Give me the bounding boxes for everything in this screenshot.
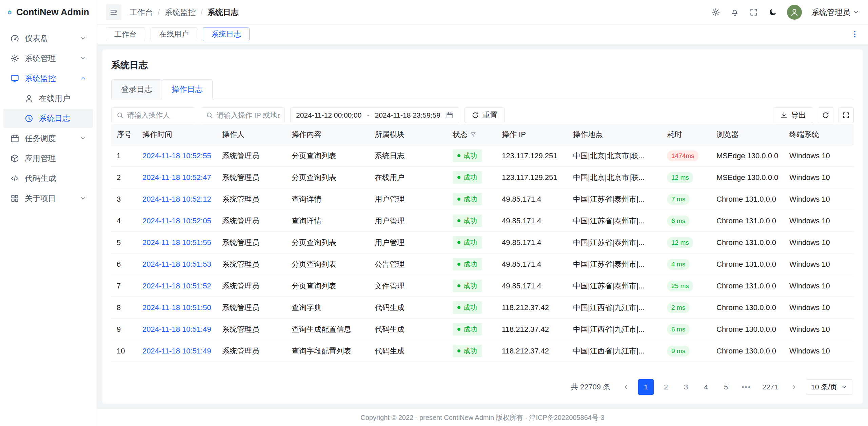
operator-search-input[interactable] <box>111 107 195 123</box>
sidebar-item-online-users[interactable]: 在线用户 <box>3 89 93 108</box>
cell-location: 中国|江苏省|泰州市|... <box>568 275 662 297</box>
tab-more-button[interactable] <box>850 30 859 39</box>
cell-content: 分页查询列表 <box>286 253 369 275</box>
settings-button[interactable] <box>711 7 721 17</box>
filter-icon[interactable] <box>470 131 476 138</box>
sidebar-item-label: 系统日志 <box>39 113 86 124</box>
duration-badge: 2 ms <box>667 302 689 313</box>
status-dot-icon <box>457 154 460 157</box>
fullscreen-button[interactable] <box>749 7 758 17</box>
duration-badge: 6 ms <box>667 216 689 226</box>
reset-button[interactable]: 重置 <box>465 107 505 123</box>
pagination-page-5[interactable]: 5 <box>718 379 734 395</box>
log-time-link[interactable]: 2024-11-18 10:51:49 <box>142 347 211 355</box>
log-time-link[interactable]: 2024-11-18 10:51:53 <box>142 260 211 268</box>
tab-online-users[interactable]: 在线用户 <box>151 27 197 41</box>
log-time-link[interactable]: 2024-11-18 10:52:05 <box>142 217 211 225</box>
status-badge: 成功 <box>453 280 482 292</box>
col-duration: 耗时 <box>662 124 711 145</box>
cell-duration: 2 ms <box>662 297 711 319</box>
sidebar-item-task-schedule[interactable]: 任务调度 <box>3 129 93 148</box>
date-end: 2024-11-18 23:59:59 <box>375 111 440 119</box>
pagination-page-2[interactable]: 2 <box>658 379 674 395</box>
tab-system-log[interactable]: 系统日志 <box>203 27 250 41</box>
col-os: 终端系统 <box>784 124 854 145</box>
pagination-prev-button[interactable] <box>618 379 634 395</box>
logo[interactable]: ContiNew Admin <box>0 0 97 24</box>
log-time-link[interactable]: 2024-11-18 10:52:47 <box>142 173 211 182</box>
date-start: 2024-11-12 00:00:00 <box>296 111 361 119</box>
pagination-page-2271[interactable]: 2271 <box>759 379 782 395</box>
sidebar-item-system-log[interactable]: 系统日志 <box>3 109 93 128</box>
cell-status: 成功 <box>447 297 496 319</box>
log-time-link[interactable]: 2024-11-18 10:51:49 <box>142 325 211 333</box>
sidebar-menu: 仪表盘 系统管理 系统监控 在线用户 系统日志 任务调度 应用管理 <box>0 24 97 212</box>
user-name: 系统管理员 <box>811 7 850 18</box>
tab-operation-log[interactable]: 操作日志 <box>162 79 213 99</box>
operator-search-field[interactable] <box>127 111 190 119</box>
sidebar-item-label: 在线用户 <box>39 93 86 104</box>
breadcrumb-item[interactable]: 工作台 <box>130 7 153 18</box>
log-time-link[interactable]: 2024-11-18 10:52:55 <box>142 151 211 160</box>
cell-content: 查询字段配置列表 <box>286 340 369 362</box>
table-row: 5 2024-11-18 10:51:55 系统管理员 分页查询列表 用户管理 … <box>111 232 854 253</box>
cell-index: 8 <box>111 297 137 319</box>
cell-content: 分页查询列表 <box>286 145 369 167</box>
cell-os: Windows 10 <box>784 232 854 253</box>
cell-index: 4 <box>111 210 137 232</box>
pagination-next-button[interactable] <box>786 379 802 395</box>
pagination-page-1[interactable]: 1 <box>638 379 654 395</box>
table-row: 1 2024-11-18 10:52:55 系统管理员 分页查询列表 系统日志 … <box>111 145 854 167</box>
log-time-link[interactable]: 2024-11-18 10:51:50 <box>142 303 211 312</box>
tab-label: 在线用户 <box>159 29 189 39</box>
cell-time: 2024-11-18 10:52:12 <box>137 188 217 210</box>
cell-operator: 系统管理员 <box>217 275 286 297</box>
gear-icon <box>10 54 19 63</box>
sidebar-item-dashboard[interactable]: 仪表盘 <box>3 29 93 48</box>
status-dot-icon <box>457 284 460 287</box>
log-time-link[interactable]: 2024-11-18 10:51:55 <box>142 238 211 247</box>
avatar[interactable] <box>787 5 802 20</box>
status-badge: 成功 <box>453 149 482 162</box>
sidebar-item-about-project[interactable]: 关于项目 <box>3 189 93 208</box>
tab-workbench[interactable]: 工作台 <box>106 27 145 41</box>
refresh-table-button[interactable] <box>818 107 833 123</box>
reset-label: 重置 <box>482 110 497 120</box>
sidebar-collapse-button[interactable] <box>106 4 121 20</box>
pagination-page-4[interactable]: 4 <box>698 379 714 395</box>
log-type-tabs: 登录日志 操作日志 <box>111 79 854 99</box>
ip-search-input[interactable] <box>201 107 285 123</box>
dark-mode-button[interactable] <box>768 7 777 17</box>
cell-index: 2 <box>111 167 137 188</box>
log-time-link[interactable]: 2024-11-18 10:51:52 <box>142 282 211 290</box>
page-size-select[interactable]: 10 条/页 <box>806 379 852 395</box>
notifications-button[interactable] <box>730 7 739 17</box>
sidebar-item-system-monitor[interactable]: 系统监控 <box>3 69 93 88</box>
cell-ip: 118.212.37.42 <box>496 319 568 340</box>
expand-table-button[interactable] <box>838 107 854 123</box>
header-actions: 系统管理员 <box>711 5 859 20</box>
log-time-link[interactable]: 2024-11-18 10:52:12 <box>142 195 211 203</box>
cell-os: Windows 10 <box>784 340 854 362</box>
tab-login-log[interactable]: 登录日志 <box>111 79 162 99</box>
sidebar-item-app-management[interactable]: 应用管理 <box>3 149 93 168</box>
ip-search-field[interactable] <box>217 111 280 119</box>
pagination-page-3[interactable]: 3 <box>678 379 694 395</box>
status-badge: 成功 <box>453 236 482 249</box>
sidebar-item-system-management[interactable]: 系统管理 <box>3 49 93 68</box>
breadcrumb-item[interactable]: 系统监控 <box>164 7 196 18</box>
export-button[interactable]: 导出 <box>773 107 813 123</box>
duration-badge: 7 ms <box>667 194 689 205</box>
cell-time: 2024-11-18 10:52:55 <box>137 145 217 167</box>
status-badge: 成功 <box>453 215 482 227</box>
sidebar-item-code-generation[interactable]: 代码生成 <box>3 169 93 188</box>
pagination-ellipsis[interactable]: ••• <box>738 379 754 395</box>
date-range-picker[interactable]: 2024-11-12 00:00:00 - 2024-11-18 23:59:5… <box>290 107 459 123</box>
status-dot-icon <box>457 176 460 179</box>
cell-content: 分页查询列表 <box>286 167 369 188</box>
cell-content: 查询字典 <box>286 297 369 319</box>
system-log-card: 系统日志 登录日志 操作日志 2024-11-12 00:00:00 - 202… <box>102 49 863 404</box>
cell-os: Windows 10 <box>784 297 854 319</box>
user-menu[interactable]: 系统管理员 <box>811 7 859 18</box>
status-badge: 成功 <box>453 323 482 336</box>
